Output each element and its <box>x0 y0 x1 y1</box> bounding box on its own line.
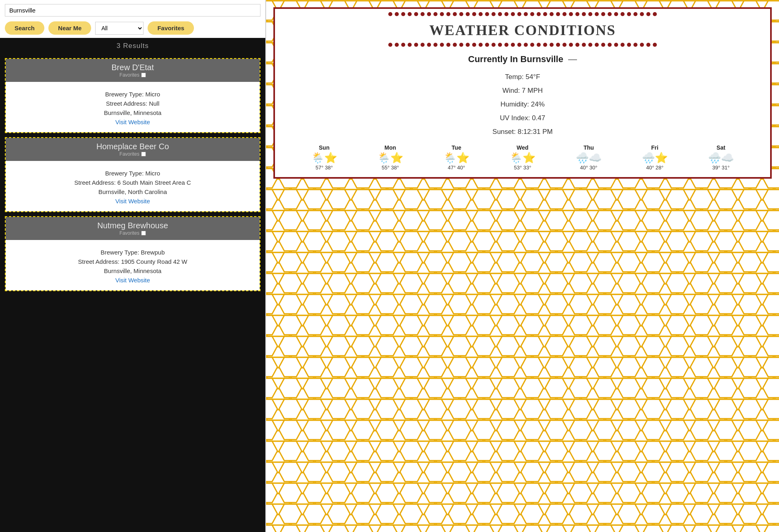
brewery-name: Brew D'Etat <box>10 63 255 72</box>
brewery-type: Brewery Type: Micro <box>14 91 252 98</box>
forecast-temps: 40° 28° <box>646 165 664 171</box>
dot-decoration <box>472 12 476 16</box>
visit-website-link[interactable]: Visit Website <box>115 119 150 125</box>
dots-top <box>275 9 770 19</box>
favorites-checkbox[interactable] <box>141 73 146 77</box>
weather-card: Weather Conditions Currently In Burnsvil… <box>273 7 772 179</box>
visit-website-link[interactable]: Visit Website <box>115 198 150 204</box>
dot-decoration <box>459 12 463 16</box>
favorites-label: Favorites <box>119 230 139 236</box>
near-me-button[interactable]: Near Me <box>48 21 91 35</box>
dot-decoration <box>401 12 405 16</box>
dot-decoration <box>440 43 444 47</box>
dot-decoration <box>575 12 579 16</box>
dot-decoration <box>453 12 457 16</box>
forecast-temps: 47° 40° <box>448 165 465 171</box>
temp-display: Temp: 54°F <box>287 70 758 84</box>
dot-decoration <box>498 12 502 16</box>
brewery-card: Nutmeg Brewhouse Favorites Brewery Type:… <box>5 216 260 291</box>
forecast-temps: 39° 31° <box>712 165 730 171</box>
dot-decoration <box>524 43 528 47</box>
forecast-day: Wed🌦️⭐53° 33° <box>510 144 535 171</box>
dot-decoration <box>395 12 399 16</box>
brewery-name: Nutmeg Brewhouse <box>10 221 255 230</box>
favorites-checkbox[interactable] <box>141 152 146 156</box>
favorites-button[interactable]: Favorites <box>148 21 194 35</box>
brewery-card: Brew D'Etat Favorites Brewery Type: Micr… <box>5 58 260 133</box>
forecast-icon: 🌧️☁️ <box>708 152 734 163</box>
currently-row: Currently In Burnsville — <box>287 54 758 65</box>
dot-decoration <box>446 12 450 16</box>
city-state: Burnsville, Minnesota <box>14 109 252 116</box>
dot-decoration <box>517 43 521 47</box>
brewery-cards: Brew D'Etat Favorites Brewery Type: Micr… <box>0 54 265 532</box>
dot-decoration <box>582 12 586 16</box>
dot-decoration <box>595 12 599 16</box>
dot-decoration <box>627 12 631 16</box>
dot-decoration <box>472 43 476 47</box>
dot-decoration <box>466 43 470 47</box>
forecast-temps: 53° 33° <box>514 165 531 171</box>
dot-decoration <box>582 43 586 47</box>
dot-decoration <box>633 12 637 16</box>
dot-decoration <box>537 12 541 16</box>
dot-decoration <box>498 43 502 47</box>
forecast-row: Sun🌦️⭐57° 38°Mon🌦️⭐55° 38°Tue🌦️⭐47° 40°W… <box>287 144 758 171</box>
dot-decoration <box>401 43 405 47</box>
dot-decoration <box>621 12 625 16</box>
dot-decoration <box>653 12 657 16</box>
forecast-day-label: Thu <box>583 144 594 151</box>
brewery-name: Homeplace Beer Co <box>10 142 255 151</box>
filter-select[interactable]: All Micro Brewpub Regional Large <box>95 22 144 35</box>
dot-decoration <box>388 12 392 16</box>
forecast-day-label: Fri <box>651 144 658 151</box>
search-input[interactable] <box>5 4 260 17</box>
wind-display: Wind: 7 MPH <box>287 84 758 98</box>
dot-decoration <box>614 43 618 47</box>
dot-decoration <box>453 43 457 47</box>
dot-decoration <box>621 43 625 47</box>
dot-decoration <box>524 12 528 16</box>
dot-decoration <box>446 43 450 47</box>
dot-decoration <box>414 43 418 47</box>
dot-decoration <box>433 12 437 16</box>
street-address: Street Address: 1905 County Road 42 W <box>14 258 252 265</box>
forecast-temps: 57° 38° <box>316 165 333 171</box>
dot-decoration <box>633 43 637 47</box>
dot-decoration <box>640 43 644 47</box>
street-address: Street Address: 6 South Main Street Area… <box>14 179 252 186</box>
city-state: Burnsville, Minnesota <box>14 267 252 274</box>
dot-decoration <box>543 12 547 16</box>
dot-decoration <box>646 43 650 47</box>
dot-decoration <box>601 12 605 16</box>
dot-decoration <box>569 12 573 16</box>
dot-decoration <box>608 43 612 47</box>
dot-decoration <box>511 43 515 47</box>
forecast-day: Mon🌦️⭐55° 38° <box>377 144 403 171</box>
dot-decoration <box>569 43 573 47</box>
dot-decoration <box>530 43 534 47</box>
dot-decoration <box>395 43 399 47</box>
search-button[interactable]: Search <box>5 21 44 35</box>
forecast-icon: 🌦️⭐ <box>510 152 535 163</box>
favorites-label: Favorites <box>119 151 139 157</box>
brewery-type: Brewery Type: Brewpub <box>14 249 252 256</box>
results-header: 3 Results <box>0 38 265 54</box>
forecast-day: Fri🌧️⭐40° 28° <box>642 144 668 171</box>
dot-decoration <box>459 43 463 47</box>
dot-decoration <box>408 43 412 47</box>
forecast-icon: 🌧️⭐ <box>642 152 668 163</box>
favorites-checkbox[interactable] <box>141 231 146 236</box>
search-bar-row <box>0 0 265 19</box>
left-panel: Search Near Me All Micro Brewpub Regiona… <box>0 0 266 532</box>
dot-decoration <box>421 43 425 47</box>
dot-decoration <box>537 43 541 47</box>
dot-decoration <box>427 12 431 16</box>
dot-decoration <box>588 43 592 47</box>
card-body: Brewery Type: Brewpub Street Address: 19… <box>6 240 260 290</box>
forecast-icon: 🌦️⭐ <box>444 152 469 163</box>
forecast-icon: 🌦️⭐ <box>377 152 403 163</box>
visit-website-link[interactable]: Visit Website <box>115 277 150 284</box>
favorites-row: Favorites <box>10 72 255 80</box>
dot-decoration <box>562 12 567 16</box>
